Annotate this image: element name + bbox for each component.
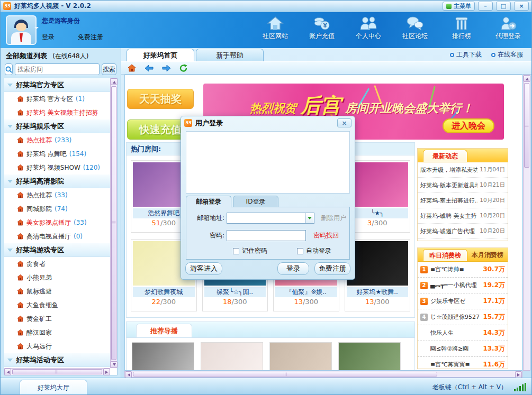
scrollbar-thumb[interactable] [12,369,102,374]
forward-icon[interactable] [162,65,171,72]
top-nav-item[interactable]: 社区网站 [256,15,294,41]
top-nav-item[interactable]: 代理登录 [489,15,527,41]
tree-group[interactable]: 好莱坞高清影院 [4,174,110,188]
tree-item[interactable]: 黄金矿工 [4,312,110,326]
back-icon[interactable] [145,65,154,72]
tree-item[interactable]: 热点推荐 (233) [4,133,110,147]
password-input[interactable] [227,230,306,241]
ranking-row[interactable]: ≡宫℃苒寳寳≡ 11.6万 [418,357,508,369]
avatar[interactable] [6,15,37,45]
auto-login-checkbox[interactable]: 自动登录 [297,246,331,255]
id-login-tab[interactable]: ID登录 [233,196,278,207]
content-vertical-scrollbar[interactable] [523,75,530,371]
recommend-tab[interactable]: 推荐导播 [136,324,192,337]
ranking-tab-month[interactable]: 本月消费榜 [472,249,503,261]
daily-lottery-button[interactable]: 天天抽奖 [127,89,194,109]
main-menu-button[interactable]: 主菜单 [443,2,475,11]
news-date: 10月21日 [480,181,505,189]
tree-item[interactable]: 大鸟远行 [4,339,110,353]
scroll-up-button[interactable] [524,75,530,82]
avatar-dropdown-icon[interactable] [34,27,39,31]
tree-item[interactable]: 好莱坞 点舞吧 (154) [4,147,110,161]
top-nav-item[interactable]: ¥ 账户充值 [303,15,341,41]
top-nav-item[interactable]: 排行榜 [443,15,481,41]
broadcaster-photo[interactable] [132,342,194,371]
tree-item[interactable]: 美女影视点播厅 (33) [4,216,110,229]
tree-item[interactable]: 醉汉回家 [4,326,110,339]
sidebar-horizontal-scrollbar[interactable] [4,368,110,375]
tree-item[interactable]: 同城影院 (74) [4,202,110,216]
broadcaster-photo[interactable] [338,342,401,371]
scrollbar-thumb[interactable] [133,372,437,376]
close-button[interactable]: × [514,2,529,11]
minimize-button[interactable]: – [478,2,493,11]
login-link[interactable]: 登录 [42,33,55,42]
tree-item[interactable]: 小熊兄弟 [4,271,110,284]
tool-download-link[interactable]: 工具下载 [450,50,482,59]
news-item[interactable]: 版本升级，增添私麦功能 11月04日 [418,162,508,178]
email-dropdown-button[interactable] [305,213,314,224]
ranking-row[interactable]: 2 ▄︻┳═一小枫代理 19.2万 [418,278,508,293]
search-button[interactable]: 搜索 [102,63,116,75]
ranking-row[interactable]: 快乐人生 14.3万 [418,325,508,341]
tree-group[interactable]: 好莱坞官方专区 [4,78,110,92]
register-link[interactable]: 免费注册 [78,33,103,42]
news-item[interactable]: 好莱坞-诚邀广告代理 10月20日 [418,224,508,239]
broadcaster-photo[interactable] [201,342,263,371]
tree-item[interactable]: 好莱坞 视频SHOW (120) [4,161,110,174]
content-horizontal-scrollbar[interactable] [124,371,522,378]
tree-item[interactable]: 高清电视直播厅 (0) [4,229,110,243]
tab-home[interactable]: 好莱坞首页 [127,49,194,61]
hall-tab[interactable]: 好莱坞大厅 [20,380,87,395]
scroll-right-button[interactable] [103,369,110,375]
search-input[interactable] [15,63,100,75]
tree-item[interactable]: 贪食者 [4,257,110,271]
scroll-left-button[interactable] [4,369,11,375]
enter-party-button[interactable]: 进入晚会 [443,118,494,133]
tree-item[interactable]: 热点推荐 (33) [4,188,110,202]
remember-password-checkbox[interactable]: 记住密码 [233,246,267,255]
scrollbar-thumb[interactable] [111,86,116,360]
ranking-row[interactable]: 3 ジ娱乐专区ゼ 17.1万 [418,293,508,309]
register-button[interactable]: 免费注册 [314,262,350,275]
broadcaster-photo[interactable] [269,342,332,371]
ranking-tab-yesterday[interactable]: 昨日消费榜 [423,249,467,261]
login-button[interactable]: 登录 [277,262,309,275]
dialog-close-button[interactable]: × [337,118,351,127]
scroll-down-button[interactable] [111,361,118,368]
email-login-tab[interactable]: 邮箱登录 [186,196,231,207]
maximize-button[interactable]: □ [496,2,511,11]
tab-help[interactable]: 新手帮助 [196,49,264,61]
room-house-icon [17,329,24,336]
news-item[interactable]: 好莱坞-室主招募进行... 10月20日 [418,193,508,208]
tree-group[interactable]: 好莱坞游戏专区 [4,243,110,257]
ranking-row[interactable]: 圝≤幹②將≥圝 13.3万 [418,341,508,357]
tree-group[interactable]: 好莱坞娱乐专区 [4,120,110,133]
refresh-icon[interactable] [179,64,188,72]
guest-enter-button[interactable]: 游客进入 [185,262,222,275]
channel-tree-panel: 好莱坞官方专区 好莱坞 官方专区 (1) [4,78,118,375]
collapse-triangle-icon [7,249,13,254]
delete-user-link[interactable]: 删除用户 [321,214,346,223]
email-input[interactable] [227,213,305,224]
tree-item-label: 好莱坞 美女视频主持招募 [26,108,98,117]
ranking-row[interactable]: 4 じ☆莈顔迣傢9527 15.7万 [418,309,508,325]
scrollbar-thumb[interactable] [524,83,529,168]
password-recover-link[interactable]: 密码找回 [313,231,339,240]
top-nav-item[interactable]: 个人中心 [349,15,387,41]
online-service-link[interactable]: 在线客服 [491,50,523,59]
home-nav-icon[interactable] [128,64,136,72]
tree-item[interactable]: 大鱼食细鱼 [4,298,110,312]
tree-item[interactable]: 好莱坞 美女视频主持招募 [4,106,110,120]
tree-item[interactable]: 好莱坞 官方专区 (1) [4,92,110,106]
email-combo [227,213,314,224]
tree-group[interactable]: 好莱坞活动专区 [4,353,110,367]
tree-item[interactable]: 鼠标逃避 [4,284,110,298]
news-item[interactable]: 好莱坞-诚聘 美女主持 10月20日 [418,208,508,224]
top-nav-item[interactable]: 社区论坛 [396,15,434,41]
tree-item-label: 好莱坞 官方专区 [26,95,73,104]
sidebar-vertical-scrollbar[interactable] [110,78,117,368]
scroll-up-button[interactable] [111,78,118,85]
news-item[interactable]: 好莱坞-版本更新道具增加 10月21日 [418,178,508,193]
ranking-row[interactable]: 1 ≡宫℃涛帅≡ 30.7万 [418,262,508,278]
